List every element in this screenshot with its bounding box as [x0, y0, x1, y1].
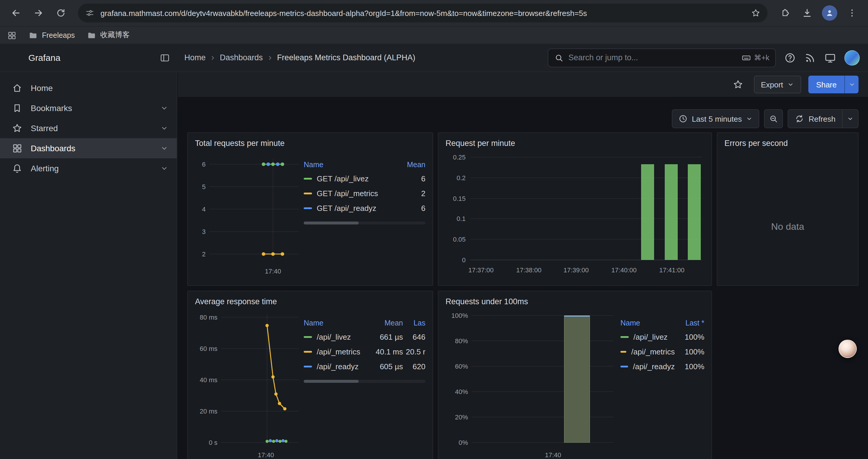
search-input[interactable]: [568, 53, 737, 62]
scrollbar-thumb[interactable]: [304, 222, 359, 225]
site-info-icon[interactable]: [85, 8, 95, 18]
series-toggle[interactable]: GET /api/_livez: [304, 174, 398, 183]
browser-menu-button[interactable]: [842, 3, 862, 23]
display-monitor-button[interactable]: [824, 52, 836, 64]
help-button[interactable]: [784, 52, 796, 64]
average-response-chart[interactable]: 80 ms 60 ms 40 ms 20 ms 0 s: [195, 309, 299, 458]
legend-header: Name Last *: [620, 317, 704, 330]
chevron-down-icon[interactable]: [160, 164, 168, 172]
panel-total-requests: Total requests per minute 6 5 4 3 2: [187, 132, 433, 286]
legend-row: GET /api/_livez 6: [304, 171, 426, 186]
series-toggle[interactable]: /api/_readyz: [620, 362, 675, 371]
browser-toolbar: [0, 0, 868, 26]
panel-title[interactable]: Request per minute: [445, 136, 704, 151]
legend-col-name[interactable]: Name: [620, 319, 675, 327]
series-last: 20.5 r: [403, 347, 426, 356]
legend-row: /api/_metrics 40.1 ms 20.5 r: [304, 345, 426, 359]
chevron-down-icon[interactable]: [160, 144, 168, 153]
legend-col-mean[interactable]: Mean: [398, 161, 426, 169]
search-box[interactable]: ⌘+k: [548, 48, 776, 67]
y-tick: 40%: [445, 388, 468, 395]
series-toggle[interactable]: /api/_metrics: [620, 347, 675, 356]
share-split-button: Share: [809, 76, 859, 93]
chevron-down-icon: [847, 115, 854, 122]
bookmark-item-blogs[interactable]: 收藏博客: [87, 30, 130, 40]
legend-scrollbar[interactable]: [304, 222, 426, 225]
share-caret-button[interactable]: [844, 76, 859, 93]
breadcrumb-home[interactable]: Home: [184, 53, 206, 62]
home-icon: [12, 83, 23, 93]
series-toggle[interactable]: /api/_livez: [304, 333, 369, 341]
export-button[interactable]: Export: [754, 76, 801, 93]
y-tick: 0.05: [445, 236, 466, 243]
omnibox[interactable]: [78, 4, 768, 23]
grafana-logo-icon[interactable]: [8, 51, 23, 65]
chevron-down-icon[interactable]: [160, 124, 168, 132]
series-color-yellow: [620, 351, 627, 353]
series-mean: 2: [398, 189, 426, 198]
keyboard-icon: [742, 53, 751, 62]
browser-back-button[interactable]: [6, 3, 26, 23]
sidebar-item-dashboards[interactable]: Dashboards: [0, 138, 177, 158]
panel-title[interactable]: Total requests per minute: [195, 136, 426, 151]
series-name: GET /api/_metrics: [317, 189, 378, 198]
sidebar-item-alerting[interactable]: Alerting: [0, 158, 177, 178]
shortcut-label: ⌘+k: [754, 53, 769, 62]
time-range-picker[interactable]: Last 5 minutes: [672, 109, 760, 128]
refresh-interval-button[interactable]: [842, 110, 858, 128]
panel-title[interactable]: Average response time: [195, 294, 426, 309]
sidebar-toggle-button[interactable]: [159, 52, 170, 63]
bookmark-label: 收藏博客: [100, 30, 130, 40]
profile-button[interactable]: [819, 3, 840, 23]
legend-col-last[interactable]: Last *: [675, 319, 704, 327]
url-input[interactable]: [100, 8, 745, 18]
legend-col-last[interactable]: Las: [403, 319, 426, 327]
series-toggle[interactable]: /api/_readyz: [304, 362, 369, 371]
panel-title[interactable]: Requests under 100ms: [445, 294, 704, 309]
series-toggle[interactable]: /api/_metrics: [304, 347, 369, 356]
favorite-star-button[interactable]: [729, 76, 747, 93]
series-toggle[interactable]: GET /api/_readyz: [304, 204, 398, 213]
sidebar-item-home[interactable]: Home: [0, 78, 177, 98]
panel-request-per-minute: Request per minute 0.25 0.2 0.15 0.1 0.0…: [438, 132, 712, 286]
legend-scrollbar[interactable]: [304, 380, 426, 383]
series-color-green: [304, 336, 312, 338]
series-last: 100%: [675, 347, 704, 356]
series-color-yellow: [304, 351, 312, 353]
bookmark-item-freeleaps[interactable]: Freeleaps: [28, 30, 75, 40]
downloads-button[interactable]: [797, 3, 817, 23]
extensions-button[interactable]: [775, 3, 795, 23]
assistant-avatar[interactable]: [838, 340, 857, 358]
sidebar-item-label: Dashboards: [31, 143, 75, 153]
legend-col-mean[interactable]: Mean: [369, 319, 403, 327]
total-requests-chart[interactable]: 6 5 4 3 2: [195, 151, 299, 276]
scrollbar-thumb[interactable]: [304, 380, 359, 383]
series-toggle[interactable]: GET /api/_metrics: [304, 189, 398, 198]
legend-col-name[interactable]: Name: [304, 161, 398, 169]
browser-forward-button[interactable]: [28, 3, 49, 23]
breadcrumb-dashboards[interactable]: Dashboards: [220, 53, 263, 62]
refresh-label: Refresh: [809, 114, 836, 123]
bookmark-icon: [12, 103, 23, 113]
legend-table: Name Mean GET /api/_livez 6 GET /api/_me…: [304, 151, 426, 276]
news-rss-button[interactable]: [804, 52, 816, 64]
bookmark-star-icon[interactable]: [751, 8, 761, 18]
zoom-out-button[interactable]: [764, 109, 783, 128]
request-per-minute-chart[interactable]: 0.25 0.2 0.15 0.1 0.05 0: [445, 151, 706, 285]
user-avatar[interactable]: [844, 50, 860, 65]
refresh-button[interactable]: Refresh: [788, 110, 842, 128]
series-toggle[interactable]: /api/_livez: [620, 333, 675, 341]
series-name: /api/_readyz: [317, 362, 359, 371]
sidebar-item-bookmarks[interactable]: Bookmarks: [0, 98, 177, 118]
requests-under-100ms-chart[interactable]: 100% 80% 60% 40% 20% 0%: [445, 309, 616, 458]
browser-reload-button[interactable]: [51, 3, 71, 23]
panel-title[interactable]: Errors per second: [724, 136, 851, 151]
share-button[interactable]: Share: [809, 76, 844, 93]
sidebar-item-starred[interactable]: Starred: [0, 118, 177, 138]
legend-row: /api/_readyz 100%: [620, 359, 704, 374]
legend-col-name[interactable]: Name: [304, 319, 369, 327]
series-name: /api/_metrics: [631, 347, 675, 356]
chevron-down-icon[interactable]: [160, 104, 168, 112]
apps-grid-icon[interactable]: [7, 30, 17, 40]
brand: Grafana: [8, 51, 170, 65]
